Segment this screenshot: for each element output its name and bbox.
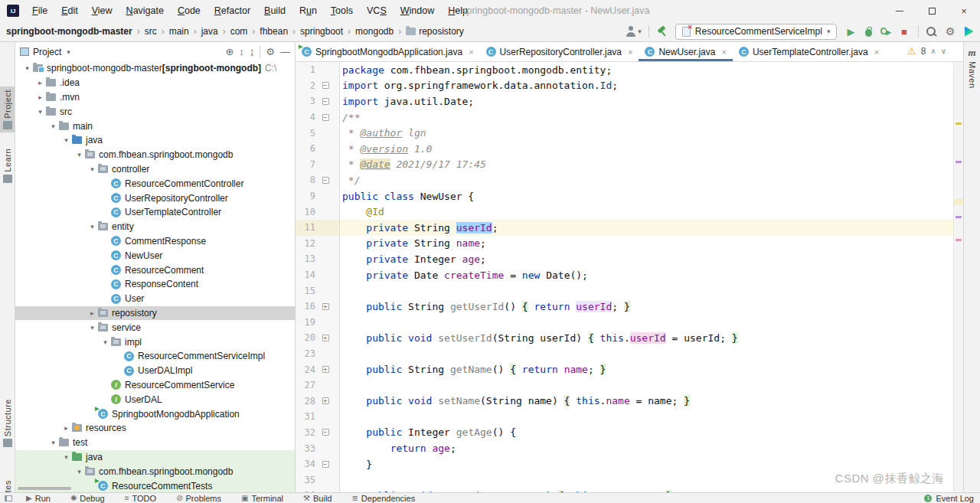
code-line[interactable]: 31 <box>296 409 953 425</box>
tree-item[interactable]: CSpringbootMongodbApplication <box>15 407 295 421</box>
tree-item[interactable]: ▾com.fhbean.springboot.mongodb <box>15 148 295 162</box>
tree-chevron-icon[interactable]: ▾ <box>60 453 72 461</box>
statusbar-item-problems[interactable]: ⊘Problems <box>176 494 221 503</box>
tree-chevron-icon[interactable]: ▸ <box>34 79 46 87</box>
fold-marker[interactable]: + <box>315 303 335 310</box>
tree-chevron-icon[interactable]: ▸ <box>34 93 46 101</box>
tree-chevron-icon[interactable]: ▾ <box>87 165 98 173</box>
tree-item[interactable]: ▸.idea <box>15 76 295 90</box>
editor-tab[interactable]: CNewUser.java× <box>639 42 732 61</box>
run-configuration-select[interactable]: ResourceCommentServiceImpl ▾ <box>675 24 838 40</box>
tree-item[interactable]: IResourceCommentService <box>15 378 295 393</box>
stripe-mark[interactable] <box>954 198 963 205</box>
breadcrumb-item[interactable]: main <box>169 26 189 37</box>
prev-warning-icon[interactable]: ∧ <box>930 47 936 55</box>
menu-item-tools[interactable]: Tools <box>324 0 360 21</box>
fold-marker[interactable]: − <box>315 98 335 105</box>
tree-item[interactable]: CResponseContent <box>15 277 295 292</box>
breadcrumb-item[interactable]: com <box>230 26 248 37</box>
code-line[interactable]: 11 private String userId; <box>296 220 953 236</box>
tree-chevron-icon[interactable]: ▾ <box>21 64 33 72</box>
code-line[interactable]: 4−/** <box>296 109 953 126</box>
tree-chevron-icon[interactable]: ▾ <box>34 108 46 116</box>
code-line[interactable]: 13 private Integer age; <box>296 251 953 267</box>
menu-item-vcs[interactable]: VCS <box>360 0 394 21</box>
code-line[interactable]: 12 private String name; <box>296 236 953 252</box>
tool-window-switcher-icon[interactable] <box>5 495 12 501</box>
fold-expand-icon[interactable]: + <box>322 303 329 310</box>
breadcrumb-item[interactable]: springboot-mongodb-master <box>6 26 132 37</box>
stop-button[interactable]: ■ <box>897 24 911 38</box>
tree-item[interactable]: CUser <box>15 292 295 306</box>
close-icon[interactable]: × <box>721 47 726 57</box>
editor-tab[interactable]: CUserTemplateController.java× <box>733 42 885 61</box>
close-icon[interactable]: × <box>469 47 473 57</box>
fold-marker[interactable]: − <box>315 461 335 468</box>
fold-marker[interactable]: − <box>315 82 335 89</box>
fold-collapse-icon[interactable]: − <box>322 114 329 121</box>
tree-item[interactable]: ▾main <box>15 119 295 133</box>
tree-item[interactable]: CResourceCommentServiceImpl <box>15 349 295 364</box>
fold-collapse-icon[interactable]: − <box>322 98 329 105</box>
code-editor[interactable]: 1package com.fhbean.springboot.mongodb.e… <box>296 62 953 492</box>
breadcrumb-item[interactable]: fhbean <box>260 26 288 37</box>
close-icon[interactable]: × <box>628 47 632 57</box>
tree-item[interactable]: ▾test <box>15 436 295 450</box>
editor-tab[interactable]: CSpringbootMongodbApplication.java× <box>296 42 480 61</box>
tree-item[interactable]: ▾springboot-mongodb-master [springboot-m… <box>15 61 295 76</box>
statusbar-item-dependencies[interactable]: ≣Dependencies <box>351 494 415 503</box>
code-line[interactable]: 2−import org.springframework.data.annota… <box>296 78 953 94</box>
hide-panel-button[interactable]: — <box>280 46 290 57</box>
close-button[interactable]: × <box>948 0 980 21</box>
tree-item[interactable]: ▸reposistory <box>15 306 295 321</box>
build-hammer-icon[interactable] <box>656 25 668 38</box>
fold-marker[interactable]: + <box>315 335 335 341</box>
breadcrumb-item[interactable]: reposistory <box>406 26 464 37</box>
statusbar-item-build[interactable]: ⚒Build <box>303 494 332 503</box>
fold-marker[interactable]: − <box>315 114 335 121</box>
menu-item-window[interactable]: Window <box>394 0 441 21</box>
menu-item-edit[interactable]: Edit <box>54 0 85 21</box>
coverage-button[interactable]: C▶ <box>880 26 890 37</box>
fold-collapse-icon[interactable]: − <box>322 429 329 436</box>
statusbar-item-run[interactable]: ▶Run <box>26 494 51 503</box>
menu-item-run[interactable]: Run <box>292 0 324 21</box>
stripe-mark[interactable] <box>956 216 962 218</box>
tree-item[interactable]: CResourceComment <box>15 263 295 277</box>
close-icon[interactable]: × <box>874 47 879 57</box>
tree-chevron-icon[interactable]: ▾ <box>100 338 111 346</box>
fold-collapse-icon[interactable]: − <box>322 177 329 184</box>
code-line[interactable]: 20+ public void setUserId(String userId)… <box>296 330 953 346</box>
menu-item-view[interactable]: View <box>85 0 119 21</box>
tree-item[interactable]: ▾controller <box>15 162 295 177</box>
tree-chevron-icon[interactable]: ▾ <box>74 468 85 475</box>
tree-chevron-icon[interactable]: ▾ <box>87 223 98 230</box>
code-line[interactable]: 16+ public String getUserId() { return u… <box>296 299 953 315</box>
stripe-mark[interactable] <box>956 122 962 125</box>
tree-item[interactable]: ▾com.fhbean.springboot.mongodb <box>15 464 295 479</box>
stripe-mark[interactable] <box>956 161 962 163</box>
code-line[interactable]: 14 private Date createTime = new Date(); <box>296 267 953 283</box>
tree-chevron-icon[interactable]: ▸ <box>60 424 72 432</box>
tree-chevron-icon[interactable]: ▾ <box>87 324 98 332</box>
panel-settings-button[interactable]: ⚙ <box>266 46 275 57</box>
event-log-button[interactable]: 1 Event Log <box>924 494 974 503</box>
fold-expand-icon[interactable]: + <box>322 335 329 341</box>
code-line[interactable]: 10 @Id <box>296 204 953 220</box>
tree-horizontal-scrollbar[interactable] <box>18 487 71 490</box>
statusbar-item-todo[interactable]: ≡TODO <box>125 494 156 503</box>
inspection-widget[interactable]: ⚠ 8 ∧ ∨ <box>907 45 946 57</box>
code-line[interactable]: 9public class NewUser { <box>296 188 953 204</box>
tree-item[interactable]: ▾java <box>15 450 295 465</box>
maximize-button[interactable] <box>916 0 948 21</box>
tree-item[interactable]: CUserRepositoryController <box>15 191 295 205</box>
breadcrumb-item[interactable]: springboot <box>300 26 343 37</box>
settings-button[interactable]: ⚙ <box>943 24 957 38</box>
tool-button-learn[interactable]: Learn <box>0 145 15 186</box>
breadcrumb-item[interactable]: mongodb <box>355 26 394 37</box>
vcs-user-button[interactable]: ▾ <box>626 26 642 37</box>
code-line[interactable]: 28+ public void setName(String name) { t… <box>296 393 953 409</box>
fold-expand-icon[interactable]: + <box>322 366 329 373</box>
tree-item[interactable]: CResourceCommentController <box>15 176 295 191</box>
fold-marker[interactable]: − <box>315 429 335 436</box>
